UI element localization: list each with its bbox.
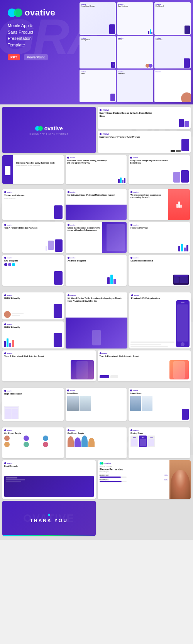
slide-detail-console: ovative Detail Console — [2, 460, 96, 499]
slide-preview-uiux: ovative Preview UI/UX Application — [129, 292, 191, 348]
slide-thank-you: OVATIVE THANK YOU — [2, 501, 96, 536]
badge-row: PPT PowerPoint — [8, 54, 85, 60]
logo-circles — [8, 9, 22, 17]
person-name-display: Sharon Fernandez — [100, 468, 168, 471]
section-5: GFXTRA ovative Our Expert People — [0, 425, 193, 540]
slide-chase-vision-1: ovative Chase the vision not the money, … — [66, 155, 127, 184]
slide-high-resolution: ovative High Resolution — [2, 388, 64, 421]
section-4: GFXTRA ovative High Resolution — [0, 386, 193, 425]
hero-banner: GRA ovative Mobile App &Saas ProductPres… — [0, 0, 193, 104]
slide-every-great-design: ovative Every Great Design Begins With A… — [98, 107, 191, 129]
slide-dashboard-backend: ovative Dashboard Backend — [129, 255, 190, 286]
slide-empty-3: ovative Features Overview — [129, 222, 190, 253]
slide-ideas-happen: ovative It's Not About Ideas It's About … — [66, 189, 127, 220]
section-3: GFXTRA ovative UI/UX Friendly — [0, 290, 193, 386]
slide-uiux-friendly-2: ovative UI/UX Friendly — [2, 321, 64, 348]
hero-subtitle: Mobile App &Saas ProductPresentationTemp… — [8, 22, 85, 48]
section-1: GRA ovative MOBILE APP & SAAS PRODUCT — [0, 104, 193, 188]
powerpoint-label: PowerPoint — [27, 55, 45, 59]
circle-green-icon — [14, 9, 22, 17]
slide-risk-asset-2: ovative Turn A Perceived Risk Into An As… — [2, 350, 96, 381]
slide-android-support: ovative Android Support — [66, 255, 127, 286]
slide-risk-asset-3: ovative Turn A Perceived Risk Into An As… — [98, 350, 191, 381]
hero-slides-preview: ovative Every Great Design ovative App F… — [77, 0, 193, 104]
slide-vision-mission: ovative Vision and Mission Lorem ipsum d… — [2, 189, 64, 220]
hero-logo: ovative — [8, 8, 85, 18]
slide-chase-vision-2: ovative Chase the vision not the money, … — [66, 222, 127, 253]
slide-profile-sharon: ovative SENIOR EXPERT Sharon Fernandez O… — [98, 460, 191, 499]
slide-latest-news-1: ovative Latest News — [66, 388, 127, 421]
slide-sub: MOBILE APP & SAAS PRODUCT — [30, 133, 69, 135]
slide-conquering-world: ovative We are currently not planning on… — [129, 189, 190, 220]
ppt-badge: PPT — [8, 54, 20, 60]
logo-text: ovative — [25, 8, 55, 18]
slide-uiux-friendly-1: ovative UI/UX Friendly — [2, 292, 64, 319]
slide-blue-hero: ovative MOBILE APP & SAAS PRODUCT — [2, 107, 96, 153]
hero-left: ovative Mobile App &Saas ProductPresenta… — [8, 8, 85, 60]
section-3-row-1: ovative UI/UX Friendly — [2, 292, 191, 348]
slide-risk-asset: ovative Turn A Perceived Risk Into An As… — [2, 222, 64, 253]
slide-pricing-plans: ovative Pricing Plans $39 $69 $ — [129, 427, 190, 458]
person-title-display: Online Expert — [100, 471, 168, 473]
slide-innovative: ovative Innovative User-Friendly And Pri… — [98, 131, 191, 153]
slide-intelligent-apps: ovative Intelligent Apps For Every Busin… — [2, 155, 64, 184]
slide-latest-news-2: ovative Latest News — [129, 388, 190, 421]
slide-expert-people-2: ovative Our Expert People — [66, 427, 127, 458]
slide-expert-people-1: ovative Our Expert People — [2, 427, 64, 458]
slide-effective-go: ovative It's More Effective To Go Someth… — [66, 292, 127, 348]
slide-every-great-design-2: ovative Every Great Design Begins With A… — [129, 155, 190, 184]
slide-ios-support: ovative iOS Support — [2, 255, 64, 286]
ppt-label: PPT — [10, 55, 17, 59]
empty-space — [98, 501, 191, 536]
slide-brand: ovative — [44, 125, 63, 132]
section-2: EXTRA ovative Vision and Mission Lorem i… — [0, 188, 193, 290]
powerpoint-badge: PowerPoint — [24, 54, 48, 60]
